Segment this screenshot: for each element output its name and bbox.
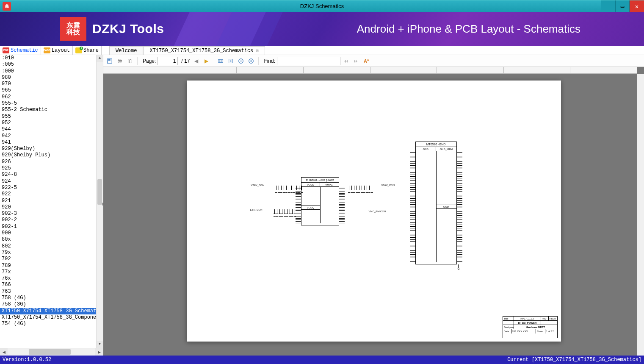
next-page-button[interactable]: ▶ xyxy=(202,56,211,66)
list-item[interactable]: 926 xyxy=(0,159,96,165)
ground-symbol xyxy=(456,264,461,270)
list-item[interactable]: 965 xyxy=(0,87,96,94)
viewer-toolbar: Page: / 17 ◀ ▶ Find: ⏮ ⏭ Aª xyxy=(103,55,644,67)
list-item[interactable]: 921 xyxy=(0,198,96,204)
sidebar-horizontal-scrollbar[interactable]: ◀ ▶ xyxy=(0,348,103,356)
list-item[interactable]: 944 xyxy=(0,126,96,133)
scroll-down-button[interactable]: ▼ xyxy=(97,341,103,348)
share-icon xyxy=(75,47,82,53)
pdf-icon: PDF xyxy=(3,47,9,53)
version-label: Version:1.0.0.52 xyxy=(3,357,51,363)
list-item[interactable]: 955-2 Schematic xyxy=(0,107,96,113)
find-input[interactable] xyxy=(277,57,340,65)
brand-logo: 东震 科技 xyxy=(60,17,86,41)
page-input[interactable] xyxy=(158,57,178,65)
list-item[interactable]: 77x xyxy=(0,269,96,275)
list-item[interactable]: 802 xyxy=(0,243,96,250)
list-item[interactable]: 955 xyxy=(0,114,96,120)
app-icon: 鑫 xyxy=(3,2,11,11)
list-item[interactable]: 924 xyxy=(0,178,96,185)
save-button[interactable] xyxy=(105,56,114,66)
list-item[interactable]: 902-2 xyxy=(0,217,96,223)
canvas[interactable]: MT6580 -Core power VCCKVMPCI VDDQ V7AV_C… xyxy=(103,67,644,356)
list-item[interactable]: 929(Shelby Plus) xyxy=(0,152,96,158)
chip-right-sub1: GND xyxy=(416,147,437,151)
chip-right-sub2: GND_MEM xyxy=(436,147,456,151)
viewer-vertical-scrollbar[interactable] xyxy=(637,74,644,356)
scroll-up-button[interactable]: ▲ xyxy=(97,55,103,62)
list-item[interactable]: 792 xyxy=(0,256,96,262)
scroll-right-button[interactable]: ▶ xyxy=(95,348,103,356)
list-item[interactable]: :005 xyxy=(0,61,96,68)
close-tab-icon[interactable]: ⊠ xyxy=(256,48,259,53)
prev-page-button[interactable]: ◀ xyxy=(191,56,201,66)
find-prev-button[interactable]: ⏮ xyxy=(341,56,351,66)
find-label: Find: xyxy=(264,58,275,64)
sidebar: :010:005:000980970965962955-5955-2 Schem… xyxy=(0,55,103,356)
list-item[interactable]: 789 xyxy=(0,263,96,269)
zoom-out-button[interactable] xyxy=(236,56,246,66)
hscroll-thumb[interactable] xyxy=(29,349,71,355)
list-item[interactable]: XT1750_X71754_XT1758_3G_Component_Loca xyxy=(0,314,96,321)
doc-tab-1[interactable]: XT1750_X71754_XT1758_3G_Schematics⊠ xyxy=(143,46,265,55)
list-item[interactable]: 758 (3G) xyxy=(0,301,96,308)
list-item[interactable]: 80x xyxy=(0,236,96,243)
list-item[interactable]: 922-5 xyxy=(0,185,96,191)
list-item[interactable]: 941 xyxy=(0,139,96,146)
list-item[interactable]: 763 xyxy=(0,289,96,295)
list-item[interactable]: XT1750_X71754_XT1758_3G_Schematics xyxy=(0,308,96,314)
list-item[interactable]: 76x xyxy=(0,275,96,282)
list-item[interactable]: 970 xyxy=(0,81,96,87)
list-item[interactable]: 929(Shelby) xyxy=(0,146,96,152)
capacitor-bank-b xyxy=(274,209,296,220)
list-item[interactable]: 754 (4G) xyxy=(0,321,96,327)
scroll-thumb[interactable] xyxy=(97,179,102,205)
horizontal-ruler xyxy=(103,67,637,74)
list-item[interactable]: 980 xyxy=(0,75,96,81)
viewer: Page: / 17 ◀ ▶ Find: ⏮ ⏭ Aª MT65 xyxy=(103,55,644,356)
list-item[interactable]: 766 xyxy=(0,282,96,288)
list-item[interactable]: :010 xyxy=(0,55,96,61)
copy-button[interactable] xyxy=(125,56,135,66)
list-item[interactable]: 920 xyxy=(0,204,96,211)
list-item[interactable]: 758 (4G) xyxy=(0,295,96,301)
list-item[interactable]: 900 xyxy=(0,230,96,236)
list-item[interactable]: 955-5 xyxy=(0,100,96,107)
maximize-button[interactable]: ▭ xyxy=(615,0,630,12)
list-item[interactable]: 925 xyxy=(0,165,96,172)
net-label-right-top: V7AV_CON xyxy=(381,184,395,186)
list-item[interactable]: 902-1 xyxy=(0,224,96,230)
page-label: Page: xyxy=(143,58,156,64)
svg-rect-3 xyxy=(119,59,121,60)
print-button[interactable] xyxy=(115,56,124,66)
fit-width-button[interactable] xyxy=(216,56,225,66)
list-item[interactable]: 952 xyxy=(0,120,96,126)
tab-layout[interactable]: PADS Layout xyxy=(41,46,73,55)
svg-rect-1 xyxy=(108,59,111,61)
doc-tab-0[interactable]: Welcome xyxy=(109,46,143,55)
fit-page-button[interactable] xyxy=(226,56,235,66)
schematic-page: MT6580 -Core power VCCKVMPCI VDDQ V7AV_C… xyxy=(187,81,561,342)
match-case-button[interactable]: Aª xyxy=(362,56,371,66)
list-item[interactable]: :000 xyxy=(0,68,96,75)
list-item[interactable]: 924-8 xyxy=(0,172,96,178)
list-item[interactable]: 962 xyxy=(0,94,96,100)
doc-tab-label: XT1750_X71754_XT1758_3G_Schematics xyxy=(149,48,253,54)
title-block: TitleNP17_1_12RevHIGH 10_BB_POWER Design… xyxy=(503,316,558,338)
find-next-button[interactable]: ⏭ xyxy=(351,56,361,66)
list-item[interactable]: 902-3 xyxy=(0,211,96,217)
list-item[interactable]: 922 xyxy=(0,191,96,197)
tab-share[interactable]: Share xyxy=(73,46,102,55)
sidebar-vertical-scrollbar[interactable]: ▲ ▼ xyxy=(96,55,103,348)
minimize-button[interactable]: — xyxy=(601,0,615,12)
close-button[interactable]: ✕ xyxy=(630,0,644,12)
net-label-left-top: V7AV_CON xyxy=(251,184,265,186)
zoom-in-button[interactable] xyxy=(246,56,256,66)
list-item[interactable]: 79x xyxy=(0,250,96,256)
chip-mt6580-gnd: MT6580 -GND GNDGND_MEM GND xyxy=(415,142,457,264)
chip-right-mid: GND xyxy=(436,205,456,209)
tab-schematic[interactable]: PDF Schematic xyxy=(0,46,41,55)
scroll-left-button[interactable]: ◀ xyxy=(0,348,8,356)
window-buttons: — ▭ ✕ xyxy=(601,0,644,12)
list-item[interactable]: 942 xyxy=(0,133,96,139)
